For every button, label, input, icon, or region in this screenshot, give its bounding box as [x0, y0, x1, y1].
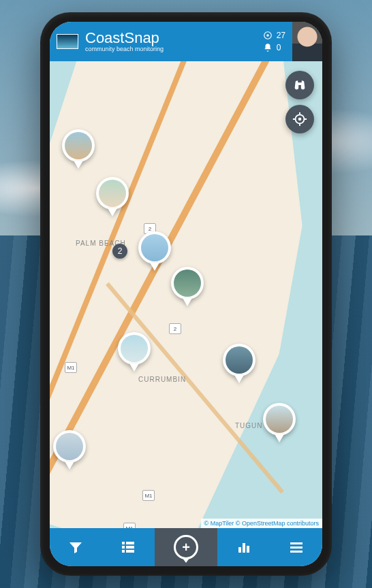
points-stat[interactable]: 27: [263, 31, 285, 40]
svg-rect-12: [247, 546, 249, 553]
nav-stats[interactable]: [217, 528, 270, 566]
map-pin[interactable]: [138, 231, 171, 271]
route-shield: M1: [123, 523, 136, 528]
nav-add-snap[interactable]: +: [155, 528, 217, 566]
app-logo-icon: [57, 34, 78, 49]
svg-rect-13: [290, 542, 303, 544]
bell-icon: [263, 43, 273, 52]
svg-rect-8: [126, 546, 134, 549]
svg-rect-4: [122, 542, 125, 544]
app-title-block: CoastSnap community beach monitoring: [85, 30, 256, 53]
points-value: 27: [277, 31, 285, 40]
map-pin[interactable]: [223, 344, 255, 383]
map-pin[interactable]: [263, 403, 296, 442]
svg-rect-14: [290, 546, 303, 549]
app-screen: CoastSnap community beach monitoring 27 …: [50, 22, 322, 566]
app-title: CoastSnap: [85, 30, 256, 46]
binoculars-button[interactable]: [285, 71, 314, 99]
svg-rect-11: [243, 543, 245, 553]
locate-icon: [292, 112, 307, 127]
map-view[interactable]: PALM BEACHCURRUMBINTUGUN 22M1M1M1 2 © Ma…: [50, 61, 322, 528]
filter-icon: [67, 539, 84, 555]
svg-rect-5: [122, 546, 125, 549]
locate-button[interactable]: [285, 105, 314, 133]
app-header: CoastSnap community beach monitoring 27 …: [50, 22, 322, 61]
points-icon: [263, 31, 273, 40]
notifications-stat[interactable]: 0: [263, 43, 285, 52]
cluster-badge[interactable]: 2: [112, 244, 127, 259]
notifications-value: 0: [277, 43, 281, 52]
map-attribution[interactable]: © MapTiler © OpenStreetMap contributors: [201, 519, 323, 528]
app-subtitle: community beach monitoring: [85, 46, 256, 53]
bar-chart-icon: [236, 539, 252, 555]
add-pin-icon: +: [174, 535, 198, 559]
route-shield: M1: [65, 362, 77, 373]
map-pin[interactable]: [171, 267, 204, 306]
svg-point-3: [298, 118, 302, 121]
menu-icon: [288, 539, 305, 555]
binoculars-icon: [292, 78, 307, 93]
map-pin[interactable]: [96, 177, 129, 216]
svg-rect-10: [238, 547, 241, 553]
svg-rect-6: [122, 550, 125, 553]
user-avatar[interactable]: [292, 22, 322, 61]
route-shield: M1: [142, 490, 155, 501]
header-stats: 27 0: [256, 31, 292, 52]
svg-rect-9: [126, 550, 134, 553]
map-pin[interactable]: [62, 129, 95, 169]
svg-rect-15: [290, 551, 303, 553]
svg-rect-7: [126, 542, 134, 544]
map-pin[interactable]: [118, 332, 151, 372]
bottom-nav: +: [50, 528, 322, 566]
route-shield: 2: [169, 323, 181, 334]
nav-grid[interactable]: [102, 528, 155, 566]
place-label: CURRUMBIN: [138, 376, 186, 383]
phone-frame: CoastSnap community beach monitoring 27 …: [40, 12, 332, 576]
nav-menu[interactable]: [270, 528, 322, 566]
map-pin[interactable]: [53, 430, 86, 470]
place-label: TUGUN: [235, 422, 263, 429]
nav-filter[interactable]: [50, 528, 102, 566]
grid-icon: [120, 539, 136, 555]
svg-point-1: [266, 34, 269, 37]
